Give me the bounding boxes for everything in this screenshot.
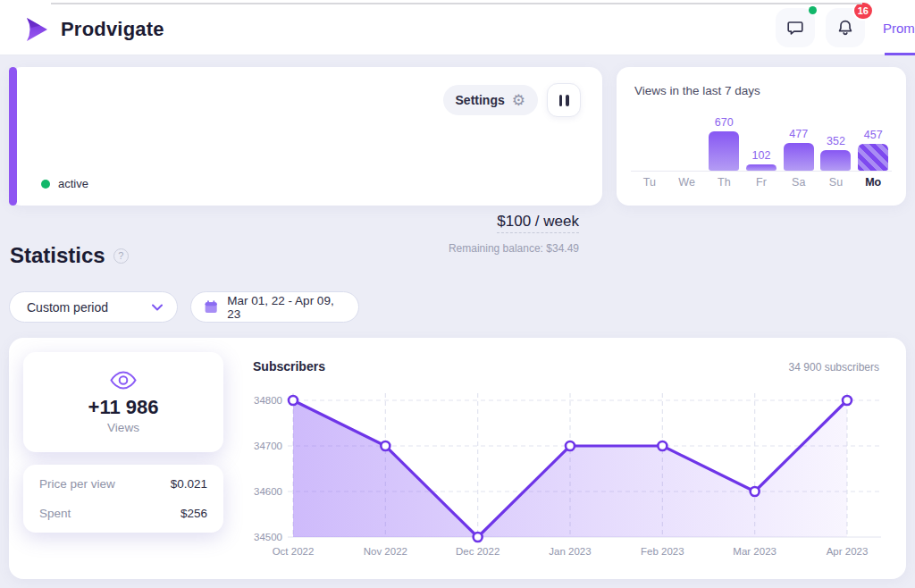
- subscribers-total: 34 900 subscribers: [789, 361, 879, 374]
- campaign-status: active: [41, 177, 88, 190]
- settings-label: Settings: [456, 93, 505, 107]
- bar-column[interactable]: 102: [743, 110, 780, 171]
- brand-name: Prodvigate: [61, 18, 164, 41]
- views-delta-value: +11 986: [88, 396, 159, 419]
- bar-column[interactable]: 670: [705, 110, 743, 171]
- price-per-view-row: Price per view $0.021: [39, 477, 207, 491]
- bar-column[interactable]: [631, 110, 668, 171]
- x-tick-label: Apr 2023: [827, 546, 869, 557]
- y-tick-label: 34700: [254, 441, 282, 451]
- prodvigate-logo-icon: [22, 15, 51, 44]
- remaining-balance: Remaining balance: $34.49: [449, 242, 579, 255]
- chat-button[interactable]: [776, 8, 815, 47]
- pause-icon: [559, 95, 563, 106]
- bar[interactable]: [858, 144, 888, 171]
- spent-row: Spent $256: [39, 507, 207, 520]
- budget-per-week[interactable]: $100 / week: [497, 213, 579, 233]
- campaign-card: Settings ⚙ $100 / week Remaining balance…: [9, 67, 602, 206]
- bar-column[interactable]: 352: [818, 110, 855, 171]
- data-point[interactable]: [381, 441, 390, 450]
- chat-icon: [785, 18, 805, 38]
- date-range-value: Mar 01, 22 - Apr 09, 23: [227, 294, 346, 321]
- calendar-icon: [204, 299, 218, 315]
- eye-icon: [109, 370, 138, 391]
- bar-day-label: Th: [705, 176, 743, 189]
- subscribers-line-chart[interactable]: 34800347003460034500Oct 2022Nov 2022Dec …: [250, 374, 902, 565]
- help-icon[interactable]: ?: [113, 248, 129, 264]
- statistics-heading: Statistics ?: [10, 243, 129, 268]
- views-week-card: Views in the last 7 days 670102477352457…: [617, 67, 906, 206]
- brand-logo[interactable]: Prodvigate: [22, 15, 164, 44]
- pause-button[interactable]: [547, 83, 581, 117]
- spent-value: $256: [180, 507, 207, 520]
- views-bar-chart: 670102477352457: [631, 110, 892, 171]
- bar[interactable]: [746, 164, 776, 171]
- price-per-view-label: Price per view: [39, 477, 115, 491]
- date-range-picker[interactable]: Mar 01, 22 - Apr 09, 23: [190, 291, 359, 323]
- bar[interactable]: [709, 131, 739, 171]
- subscribers-chart-header: Subscribers 34 900 subscribers: [253, 359, 879, 374]
- bar-day-label: Tu: [631, 176, 668, 189]
- period-dropdown-value: Custom period: [27, 300, 108, 315]
- views-week-title: Views in the last 7 days: [634, 84, 760, 97]
- data-point[interactable]: [751, 487, 760, 496]
- bar-column[interactable]: 477: [780, 110, 818, 171]
- data-point[interactable]: [566, 441, 575, 450]
- bar-day-label: Fr: [743, 176, 780, 189]
- data-point[interactable]: [289, 396, 298, 405]
- spend-summary-card: Price per view $0.021 Spent $256: [23, 465, 223, 533]
- chevron-down-icon: [152, 304, 163, 311]
- bar-value-label: 457: [864, 129, 883, 141]
- period-dropdown[interactable]: Custom period: [9, 291, 178, 323]
- bar-column[interactable]: [668, 110, 706, 171]
- statistics-panel: +11 986 Views Price per view $0.021 Spen…: [9, 338, 906, 579]
- data-point[interactable]: [658, 441, 667, 450]
- spent-label: Spent: [39, 507, 71, 520]
- bar-day-label: Sa: [780, 176, 818, 189]
- notifications-button[interactable]: 16: [826, 8, 865, 47]
- header: Prodvigate 16 Prom: [0, 0, 915, 55]
- price-per-view-value: $0.021: [171, 477, 207, 491]
- y-tick-label: 34600: [254, 486, 282, 497]
- bar-column[interactable]: 457: [854, 110, 892, 171]
- bar[interactable]: [784, 143, 814, 171]
- bar-chart-axis: [631, 171, 892, 172]
- active-tab-underline: [885, 53, 915, 55]
- bar-value-label: 352: [827, 135, 845, 147]
- page-top-divider: [51, 3, 862, 4]
- status-dot: [41, 180, 50, 189]
- y-tick-label: 34800: [254, 395, 282, 406]
- bar-value-label: 102: [752, 149, 771, 162]
- gear-icon: ⚙: [512, 93, 525, 108]
- statistics-title: Statistics: [10, 243, 105, 268]
- x-tick-label: Oct 2022: [273, 546, 315, 557]
- subscribers-chart-title: Subscribers: [253, 359, 325, 374]
- header-actions: 16 Prom: [776, 0, 915, 55]
- data-point[interactable]: [474, 533, 483, 542]
- y-tick-label: 34500: [254, 532, 282, 542]
- bar-value-label: 477: [789, 128, 808, 140]
- online-dot: [809, 6, 817, 14]
- bar-day-label: Su: [818, 176, 855, 189]
- bar-value-label: 670: [715, 116, 734, 129]
- bell-icon: [835, 18, 855, 38]
- x-tick-label: Nov 2022: [364, 546, 407, 557]
- x-tick-label: Jan 2023: [549, 546, 591, 557]
- views-delta-label: Views: [107, 421, 139, 434]
- campaign-accent-bar: [9, 67, 17, 206]
- bar[interactable]: [820, 150, 851, 171]
- bar-day-label: We: [668, 176, 706, 189]
- bar-chart-day-labels: TuWeThFrSaSuMo: [631, 176, 892, 189]
- x-tick-label: Dec 2022: [456, 546, 499, 557]
- settings-button[interactable]: Settings ⚙: [443, 85, 538, 115]
- data-point[interactable]: [843, 396, 852, 405]
- x-tick-label: Mar 2023: [733, 546, 776, 557]
- status-label: active: [58, 177, 88, 190]
- x-tick-label: Feb 2023: [641, 546, 684, 557]
- bar-day-label: Mo: [854, 176, 892, 189]
- views-summary-card: +11 986 Views: [23, 352, 223, 452]
- nav-tab-promote[interactable]: Prom: [883, 21, 915, 36]
